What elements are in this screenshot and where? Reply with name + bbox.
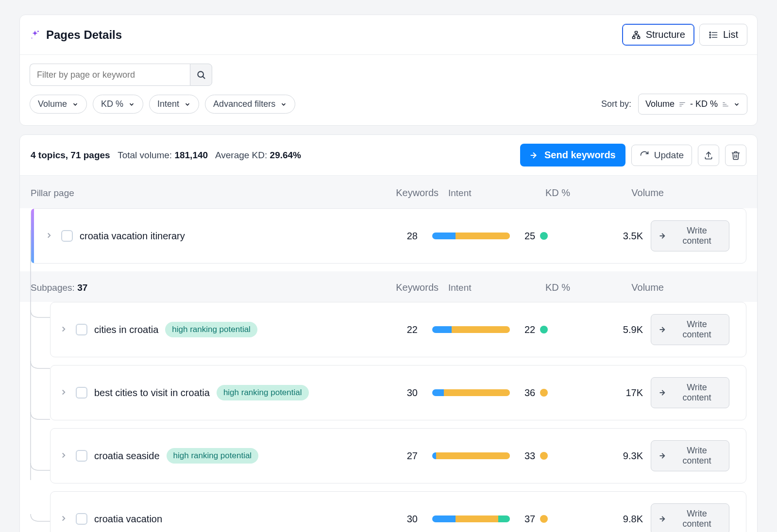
summary-bar: 4 topics, 71 pages Total volume: 181,140… bbox=[20, 135, 757, 176]
write-content-button[interactable]: Write content bbox=[651, 440, 729, 471]
svg-point-1 bbox=[32, 37, 33, 38]
export-button[interactable] bbox=[698, 145, 719, 166]
refresh-icon bbox=[640, 150, 649, 160]
view-list-button[interactable]: List bbox=[699, 24, 747, 46]
svg-rect-4 bbox=[637, 36, 640, 38]
write-icon bbox=[659, 325, 668, 334]
write-content-button[interactable]: Write content bbox=[651, 503, 729, 532]
row-checkbox[interactable] bbox=[76, 513, 87, 525]
svg-line-12 bbox=[203, 76, 204, 78]
kd-indicator bbox=[540, 232, 548, 240]
expand-icon[interactable] bbox=[59, 388, 69, 398]
cell-keywords: 27 bbox=[369, 450, 427, 462]
svg-point-0 bbox=[37, 31, 39, 32]
cell-kd: 36 bbox=[524, 387, 583, 399]
cell-keywords: 28 bbox=[369, 231, 427, 242]
page-name: croatia vacation bbox=[94, 514, 162, 525]
cell-volume: 17K bbox=[583, 387, 651, 399]
subpage-row: best cities to visit in croatia high ran… bbox=[50, 365, 746, 420]
view-structure-label: Structure bbox=[646, 29, 685, 40]
structure-icon bbox=[631, 30, 641, 40]
page-name: cities in croatia bbox=[94, 324, 158, 335]
col-pillar: Pillar page bbox=[31, 188, 390, 199]
page-title: Pages Details bbox=[46, 28, 122, 42]
cell-volume: 9.8K bbox=[583, 514, 651, 525]
expand-icon[interactable] bbox=[59, 325, 69, 334]
cell-volume: 3.5K bbox=[583, 231, 651, 242]
sort-label: Sort by: bbox=[601, 99, 631, 109]
cell-keywords: 30 bbox=[369, 387, 427, 399]
filter-volume[interactable]: Volume bbox=[30, 95, 87, 114]
write-icon bbox=[659, 451, 668, 460]
cell-kd: 33 bbox=[524, 450, 583, 462]
summary-text: 4 topics, 71 pages Total volume: 181,140… bbox=[31, 150, 301, 161]
upload-icon bbox=[704, 150, 713, 160]
send-icon bbox=[530, 150, 540, 160]
filter-intent[interactable]: Intent bbox=[149, 95, 199, 114]
cell-intent bbox=[427, 515, 524, 522]
sort-asc-icon bbox=[722, 101, 729, 108]
chevron-down-icon bbox=[280, 101, 287, 108]
kd-indicator bbox=[540, 326, 548, 333]
row-checkbox[interactable] bbox=[76, 450, 87, 462]
update-button[interactable]: Update bbox=[631, 145, 692, 166]
ranking-badge: high ranking potential bbox=[167, 448, 259, 464]
subpage-row: croatia seaside high ranking potential 2… bbox=[50, 428, 746, 483]
chevron-down-icon bbox=[184, 101, 191, 108]
row-checkbox[interactable] bbox=[76, 324, 87, 335]
pillar-row: croatia vacation itinerary 28 25 3.5K Wr… bbox=[31, 208, 746, 264]
search-button[interactable] bbox=[190, 64, 212, 86]
subpage-row: cities in croatia high ranking potential… bbox=[50, 302, 746, 357]
header-top: Pages Details Structure List bbox=[20, 15, 757, 55]
header-card: Pages Details Structure List bbox=[19, 15, 758, 126]
expand-icon[interactable] bbox=[45, 231, 54, 241]
intent-bar bbox=[432, 389, 510, 396]
intent-bar bbox=[432, 515, 510, 522]
intent-bar bbox=[432, 326, 510, 333]
expand-icon[interactable] bbox=[59, 514, 69, 524]
kd-indicator bbox=[540, 515, 548, 523]
svg-point-6 bbox=[709, 34, 711, 35]
expand-icon[interactable] bbox=[59, 451, 69, 461]
cell-intent bbox=[427, 389, 524, 396]
page-name: croatia vacation itinerary bbox=[80, 231, 185, 242]
svg-rect-2 bbox=[635, 31, 637, 33]
svg-point-7 bbox=[709, 36, 711, 38]
col-intent: Intent bbox=[448, 188, 545, 199]
write-content-button[interactable]: Write content bbox=[651, 377, 729, 408]
cell-intent bbox=[427, 326, 524, 333]
cell-intent bbox=[427, 452, 524, 459]
write-content-button[interactable]: Write content bbox=[651, 314, 729, 345]
page-name: croatia seaside bbox=[94, 450, 160, 462]
filter-advanced[interactable]: Advanced filters bbox=[205, 95, 295, 114]
delete-button[interactable] bbox=[725, 145, 746, 166]
intent-bar bbox=[432, 452, 510, 459]
search-input[interactable] bbox=[30, 64, 190, 86]
chevron-down-icon bbox=[128, 101, 135, 108]
kd-indicator bbox=[540, 452, 548, 460]
subpage-row: croatia vacation 30 37 9.8K Write conten… bbox=[50, 491, 746, 532]
row-checkbox[interactable] bbox=[61, 230, 73, 242]
chevron-down-icon bbox=[72, 101, 79, 108]
write-icon bbox=[659, 515, 668, 523]
view-structure-button[interactable]: Structure bbox=[622, 24, 694, 46]
intent-bar bbox=[432, 233, 510, 239]
filters-row: Volume KD % Intent Advanced filters Sort… bbox=[20, 55, 757, 125]
cell-kd: 25 bbox=[524, 231, 583, 242]
summary-card: 4 topics, 71 pages Total volume: 181,140… bbox=[19, 134, 758, 532]
cell-volume: 5.9K bbox=[583, 324, 651, 335]
filter-kd[interactable]: KD % bbox=[93, 95, 143, 114]
col-kd: KD % bbox=[545, 187, 604, 199]
send-keywords-button[interactable]: Send keywords bbox=[520, 144, 625, 166]
write-content-button[interactable]: Write content bbox=[651, 220, 729, 251]
rows-area: croatia vacation itinerary 28 25 3.5K Wr… bbox=[20, 208, 757, 532]
ranking-badge: high ranking potential bbox=[217, 385, 309, 400]
view-toggle: Structure List bbox=[622, 24, 747, 46]
cell-keywords: 22 bbox=[369, 324, 427, 335]
row-checkbox[interactable] bbox=[76, 387, 87, 399]
cell-kd: 22 bbox=[524, 324, 583, 335]
chevron-down-icon bbox=[733, 101, 740, 108]
sort-button[interactable]: Volume - KD % bbox=[638, 94, 747, 115]
trash-icon bbox=[731, 150, 741, 160]
sparkle-icon bbox=[30, 30, 40, 40]
